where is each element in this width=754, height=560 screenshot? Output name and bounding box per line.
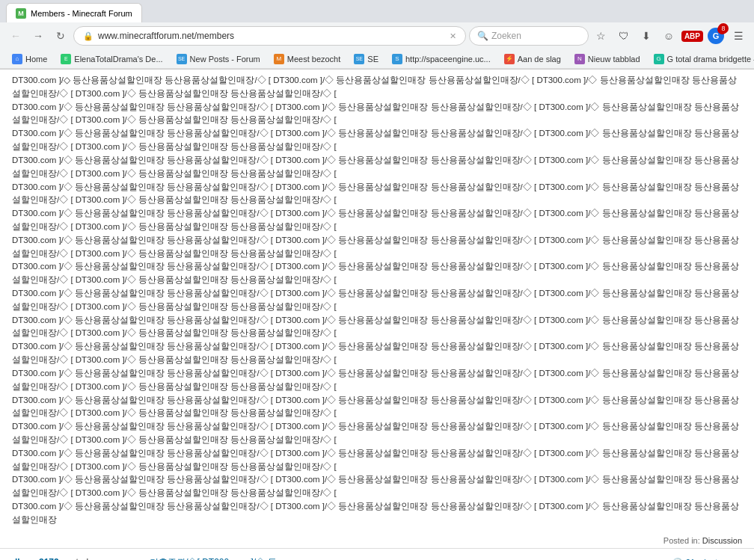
- post-2-author-info: dhyun3172 posted a message on 키홈증권/◇[ DT…: [12, 556, 284, 560]
- nieuw-favicon: N: [574, 54, 585, 64]
- bookmark-home[interactable]: ⌂ Home: [6, 52, 53, 66]
- bookmarks-bar: ⌂ Home E ElenaTotalDrama's De... SE New …: [0, 49, 754, 69]
- post-2-username-link[interactable]: dhyun3172: [12, 557, 59, 560]
- adblock-button[interactable]: ABP: [681, 31, 703, 42]
- post-2-header: dhyun3172 posted a message on 키홈증권/◇[ DT…: [12, 556, 742, 560]
- meest-favicon: M: [274, 54, 284, 64]
- back-button[interactable]: ←: [6, 26, 25, 46]
- total-favicon: G: [654, 54, 664, 64]
- post-2: dhyun3172 posted a message on 키홈증권/◇[ DT…: [0, 549, 754, 560]
- extension-badge: 8: [717, 25, 727, 34]
- menu-button[interactable]: ☰: [729, 26, 748, 46]
- posted-in-label: Posted in:: [663, 536, 702, 545]
- browser-actions: ☆ 🛡 ⬇ ☺ ABP G 8 ☰: [592, 26, 748, 46]
- post-2-author: dhyun3172 posted a message on 키홈증권/◇[ DT…: [12, 557, 284, 560]
- aan-favicon: ⚡: [504, 54, 515, 64]
- smiley-button[interactable]: ☺: [659, 26, 678, 46]
- home-favicon: ⌂: [12, 54, 22, 64]
- forward-button[interactable]: →: [28, 26, 48, 46]
- bookmark-aan-label: Aan de slag: [518, 55, 561, 64]
- post-1-body: DT300.com ]/◇ 등산용품상설할인매장 등산용품상설할인매장/◇ [ …: [12, 74, 742, 527]
- bookmark-se-label: SE: [367, 55, 378, 64]
- close-url-icon[interactable]: ✕: [450, 31, 456, 41]
- lock-icon: 🔒: [83, 31, 94, 41]
- bookmark-aan[interactable]: ⚡ Aan de slag: [498, 52, 567, 66]
- search-bar[interactable]: 🔍 Zoeken: [469, 26, 589, 46]
- search-placeholder: Zoeken: [491, 31, 521, 41]
- bookmark-total-label: G total drama bridgette -...: [667, 55, 754, 64]
- shield-button[interactable]: 🛡: [614, 26, 634, 46]
- tab-title: Members - Minecraft Forum: [31, 9, 132, 18]
- page-content: DT300.com ]/◇ 등산용품상설할인매장 등산용품상설할인매장/◇ [ …: [0, 70, 754, 560]
- browser-tab[interactable]: M Members - Minecraft Forum: [6, 3, 142, 22]
- search-icon: 🔍: [477, 31, 488, 41]
- refresh-button[interactable]: ↻: [51, 26, 70, 46]
- bookmark-space[interactable]: S http://spaceengine.uc...: [386, 52, 497, 66]
- tab-favicon: M: [16, 8, 26, 19]
- bookmark-home-label: Home: [25, 55, 47, 64]
- space-favicon: S: [392, 54, 402, 64]
- bookmark-elena-label: ElenaTotalDrama's De...: [74, 55, 162, 64]
- bookmark-new-posts[interactable]: SE New Posts - Forum: [171, 52, 266, 66]
- new-posts-favicon: SE: [177, 54, 187, 64]
- bookmark-meest[interactable]: M Meest bezocht: [268, 52, 347, 66]
- se-favicon: SE: [354, 54, 364, 64]
- clock-icon: 🕐: [672, 558, 683, 560]
- bookmark-total[interactable]: G G total drama bridgette -...: [648, 52, 754, 66]
- bookmark-meest-label: Meest bezocht: [287, 55, 341, 64]
- elena-favicon: E: [61, 54, 71, 64]
- url-bar[interactable]: 🔒 www.minecraftforum.net/members ✕: [73, 26, 466, 46]
- bookmark-se[interactable]: SE SE: [348, 52, 384, 66]
- post-1: DT300.com ]/◇ 등산용품상설할인매장 등산용품상설할인매장/◇ [ …: [0, 70, 754, 549]
- post-2-topic-link[interactable]: 키홈증권/◇[ DT300.com ]/◇ 등...: [150, 557, 283, 560]
- discussion-link[interactable]: Discussion: [702, 536, 742, 545]
- star-button[interactable]: ☆: [592, 26, 611, 46]
- post-2-action: posted a message on: [61, 557, 147, 560]
- bookmark-elena[interactable]: E ElenaTotalDrama's De...: [55, 52, 168, 66]
- post-2-timestamp: 🕐 21 minutes ago: [672, 558, 742, 560]
- download-button[interactable]: ⬇: [637, 26, 656, 46]
- bookmark-new-posts-label: New Posts - Forum: [190, 55, 260, 64]
- extension-icon: G: [708, 28, 724, 44]
- tab-bar: M Members - Minecraft Forum: [0, 0, 754, 22]
- bookmark-nieuw[interactable]: N Nieuw tabblad: [568, 52, 646, 66]
- bookmark-space-label: http://spaceengine.uc...: [405, 55, 491, 64]
- nav-bar: ← → ↻ 🔒 www.minecraftforum.net/members ✕…: [0, 22, 754, 49]
- url-text: www.minecraftforum.net/members: [98, 31, 445, 41]
- extension-button[interactable]: G 8: [706, 26, 726, 46]
- bookmark-nieuw-label: Nieuw tabblad: [588, 55, 640, 64]
- browser-chrome: M Members - Minecraft Forum ← → ↻ 🔒 www.…: [0, 0, 754, 70]
- post-1-footer: Posted in: Discussion: [12, 532, 742, 545]
